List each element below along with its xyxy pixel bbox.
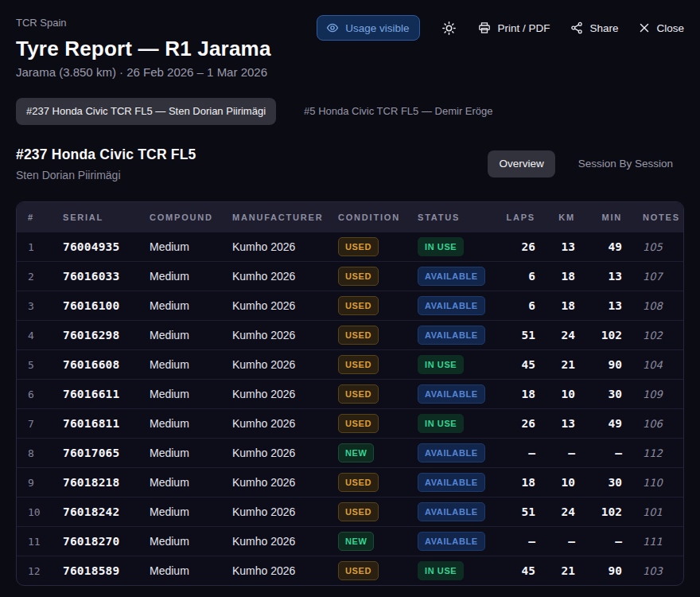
min-value: 13 <box>575 299 622 312</box>
top-bar: TCR Spain Tyre Report — R1 Jarama Jarama… <box>16 17 684 79</box>
status-badge: AVAILABLE <box>418 532 485 551</box>
table-row: 976018218MediumKumho 2026USEDAVAILABLE18… <box>17 467 683 497</box>
tyre-serial: 76016608 <box>56 358 142 371</box>
laps-value: 51 <box>498 329 535 341</box>
status-cell: AVAILABLE <box>410 473 498 492</box>
row-number: 9 <box>17 477 56 489</box>
tyre-serial: 76016811 <box>56 417 142 430</box>
tyre-serial: 76016033 <box>56 270 142 283</box>
laps-value: 45 <box>498 564 535 577</box>
notes-value: 112 <box>622 447 683 459</box>
page-title: Tyre Report — R1 Jarama <box>16 37 271 60</box>
tab-session-by-session[interactable]: Session By Session <box>567 150 684 178</box>
view-toggle: Overview Session By Session <box>488 150 684 178</box>
table-body: 176004935MediumKumho 2026USEDIN USE26134… <box>17 232 683 585</box>
min-value: 90 <box>575 358 622 371</box>
notes-value: 103 <box>622 565 683 577</box>
laps-value: – <box>498 447 535 459</box>
notes-value: 107 <box>622 271 683 283</box>
print-pdf-label: Print / PDF <box>497 22 550 34</box>
close-label: Close <box>656 22 684 34</box>
car-tab-237[interactable]: #237 Honda Civic TCR FL5 — Sten Dorian P… <box>16 98 276 125</box>
theme-toggle-button[interactable] <box>441 20 457 37</box>
min-value: 102 <box>575 329 622 341</box>
tyre-serial: 76016298 <box>56 329 142 341</box>
status-cell: AVAILABLE <box>410 384 498 404</box>
km-value: – <box>535 535 575 548</box>
status-badge: AVAILABLE <box>418 473 485 492</box>
min-value: – <box>575 447 622 459</box>
status-cell: AVAILABLE <box>410 502 498 521</box>
tyre-serial: 76016100 <box>56 299 142 312</box>
tyre-compound: Medium <box>142 329 225 341</box>
min-value: 13 <box>575 270 622 283</box>
tyre-manufacturer: Kumho 2026 <box>225 447 331 459</box>
table-row: 176004935MediumKumho 2026USEDIN USE26134… <box>17 232 683 261</box>
row-number: 5 <box>17 359 56 371</box>
laps-value: 45 <box>498 358 535 371</box>
status-cell: AVAILABLE <box>410 296 498 315</box>
col-header-min: MIN <box>575 213 622 222</box>
table-row: 676016611MediumKumho 2026USEDAVAILABLE18… <box>17 379 683 408</box>
tyre-compound: Medium <box>142 535 225 548</box>
table-row: 876017065MediumKumho 2026NEWAVAILABLE–––… <box>17 438 683 467</box>
table-row: 476016298MediumKumho 2026USEDAVAILABLE51… <box>17 320 683 349</box>
notes-value: 110 <box>622 477 683 489</box>
tyre-manufacturer: Kumho 2026 <box>225 535 331 548</box>
tyre-compound: Medium <box>142 240 225 253</box>
eye-icon <box>326 21 339 34</box>
km-value: 13 <box>535 417 575 430</box>
tyre-table-card: # SERIAL COMPOUND MANUFACTURER CONDITION… <box>16 201 684 586</box>
col-header-manufacturer: MANUFACTURER <box>225 213 331 222</box>
tyre-serial: 76017065 <box>56 447 142 459</box>
breadcrumb: TCR Spain <box>16 17 271 29</box>
close-button[interactable]: Close <box>639 22 684 34</box>
tyre-compound: Medium <box>142 447 225 459</box>
sun-icon <box>442 21 456 35</box>
laps-value: – <box>498 535 535 548</box>
tab-overview[interactable]: Overview <box>488 150 554 178</box>
laps-value: 51 <box>498 505 535 518</box>
condition-badge: USED <box>338 502 379 521</box>
condition-cell: USED <box>331 296 410 315</box>
table-row: 376016100MediumKumho 2026USEDAVAILABLE61… <box>17 291 683 320</box>
col-header-condition: CONDITION <box>331 213 410 222</box>
col-header-num: # <box>17 213 56 222</box>
status-badge: AVAILABLE <box>418 443 485 462</box>
condition-badge: USED <box>338 414 379 433</box>
condition-badge: USED <box>338 237 379 256</box>
status-badge: AVAILABLE <box>418 502 485 521</box>
laps-value: 26 <box>498 417 535 430</box>
km-value: 18 <box>535 299 575 312</box>
km-value: 21 <box>535 358 575 371</box>
tyre-compound: Medium <box>142 299 225 312</box>
share-button[interactable]: Share <box>570 21 618 34</box>
usage-visible-label: Usage visible <box>345 22 409 34</box>
tyre-serial: 76018589 <box>56 564 142 577</box>
tyre-compound: Medium <box>142 270 225 283</box>
row-number: 6 <box>17 388 56 400</box>
status-badge: IN USE <box>418 561 464 580</box>
status-badge: AVAILABLE <box>418 296 485 315</box>
status-badge: IN USE <box>418 237 464 256</box>
status-badge: IN USE <box>418 355 464 374</box>
status-cell: IN USE <box>410 561 498 580</box>
notes-value: 109 <box>622 388 683 400</box>
condition-cell: USED <box>331 502 410 521</box>
share-label: Share <box>589 22 618 34</box>
car-tabs: #237 Honda Civic TCR FL5 — Sten Dorian P… <box>16 98 684 125</box>
car-tab-5[interactable]: #5 Honda Civic TCR FL5 — Demir Eröge <box>294 98 503 125</box>
table-row: 1176018270MediumKumho 2026NEWAVAILABLE––… <box>17 526 683 556</box>
min-value: 30 <box>575 476 622 489</box>
condition-badge: USED <box>338 473 379 492</box>
table-row: 1076018242MediumKumho 2026USEDAVAILABLE5… <box>17 497 683 526</box>
status-cell: AVAILABLE <box>410 326 498 345</box>
tyre-manufacturer: Kumho 2026 <box>225 476 331 489</box>
tyre-serial: 76016611 <box>56 388 142 400</box>
tyre-serial: 76018270 <box>56 535 142 548</box>
km-value: 13 <box>535 240 575 253</box>
notes-value: 102 <box>622 330 683 341</box>
condition-cell: USED <box>331 267 410 286</box>
print-pdf-button[interactable]: Print / PDF <box>478 21 550 34</box>
usage-visible-button[interactable]: Usage visible <box>317 15 420 41</box>
